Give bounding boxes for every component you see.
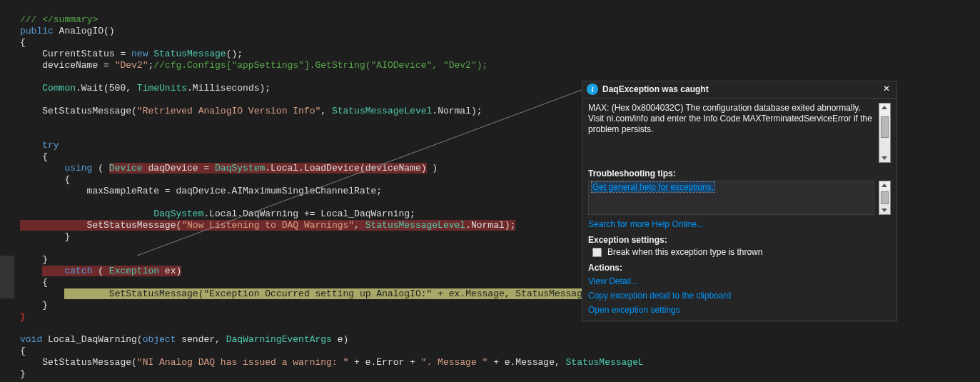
troubleshooting-heading: Troubleshooting tips: (588, 169, 891, 179)
message-scrollbar[interactable] (879, 103, 891, 163)
close-button[interactable]: ✕ (881, 84, 892, 95)
breakpoint-gutter (0, 256, 14, 298)
tips-scrollbar[interactable] (879, 181, 891, 215)
copy-exception-link[interactable]: Copy exception detail to the clipboard (588, 291, 731, 301)
exception-assistant-popup: i DaqException was caught ✕ MAX: (Hex 0x… (582, 81, 897, 321)
popup-header: i DaqException was caught ✕ (582, 81, 896, 99)
general-help-link[interactable]: Get general help for exceptions. (591, 181, 715, 193)
exception-message: MAX: (Hex 0x8004032C) The configuration … (588, 103, 874, 163)
actions-heading: Actions: (588, 263, 891, 273)
search-help-online-link[interactable]: Search for more Help Online... (588, 219, 704, 229)
tips-list: Get general help for exceptions. (588, 181, 874, 215)
exception-title: DaqException was caught (602, 84, 881, 94)
view-detail-link[interactable]: View Detail... (588, 276, 638, 286)
break-on-throw-label: Break when this exception type is thrown (607, 247, 762, 257)
exception-settings-heading: Exception settings: (588, 235, 891, 245)
open-exception-settings-link[interactable]: Open exception settings (588, 305, 680, 315)
info-icon: i (587, 84, 598, 95)
break-on-throw-checkbox[interactable] (592, 248, 602, 257)
